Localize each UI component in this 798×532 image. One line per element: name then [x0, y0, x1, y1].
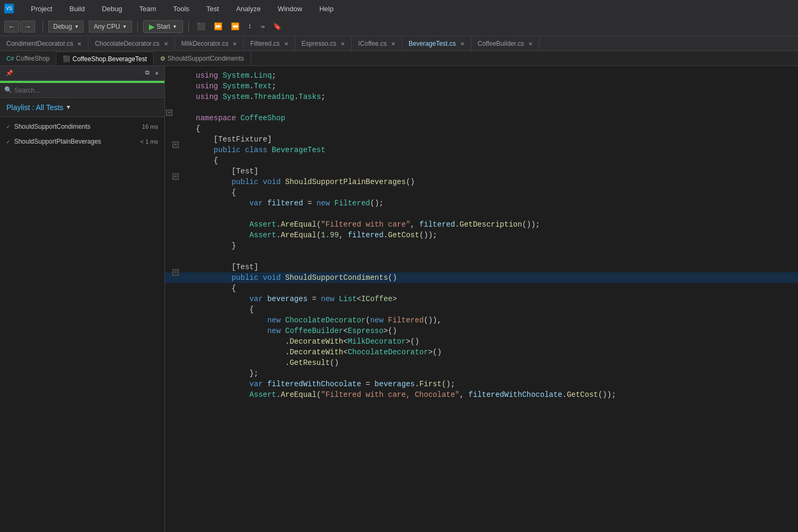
method-icon: ⚙	[160, 55, 165, 62]
code-line-current: − public void ShouldSupportCondiments()	[165, 272, 798, 283]
code-line: var beverages = new List<ICoffee>	[165, 294, 798, 304]
tab-close-icon[interactable]: ✕	[340, 41, 345, 47]
panel-controls: 📌	[4, 69, 15, 77]
tab-milkdecorator[interactable]: MilkDecorator.cs ✕	[175, 37, 244, 51]
collapse-icon[interactable]: −	[166, 110, 172, 116]
menu-build[interactable]: Build	[65, 3, 89, 15]
code-line: {	[165, 304, 798, 315]
tab-beveragetest-class[interactable]: ⬛ CoffeeShop.BeverageTest	[56, 52, 154, 65]
toolbar-icon-2[interactable]: ⏩	[211, 21, 225, 32]
menu-team[interactable]: Team	[135, 3, 161, 15]
line-content: {	[192, 304, 798, 315]
line-content	[192, 102, 798, 113]
code-line	[165, 102, 798, 113]
tab-shouldsupportcondiments[interactable]: ⚙ ShouldSupportCondiments	[154, 52, 251, 65]
code-line: [Test]	[165, 166, 798, 177]
forward-btn[interactable]: →	[20, 21, 35, 32]
test-pass-icon: ✓	[6, 138, 10, 145]
tab-beveragetest[interactable]: BeverageTest.cs ✕	[402, 37, 471, 51]
float-icon[interactable]: ⧉	[144, 69, 151, 77]
code-line: using System.Threading.Tasks;	[165, 92, 798, 102]
code-editor-panel: using System.Linq; using System.Text; us…	[165, 66, 798, 532]
collapse-icon[interactable]: −	[172, 269, 179, 276]
tab-icoffee[interactable]: ICoffee.cs ✕	[352, 37, 402, 51]
toolbar: ← → Debug ▼ Any CPU ▼ ▶ Start ▼ ⬛ ⏩ ⏪ ↕ …	[0, 17, 798, 36]
line-content: {	[192, 123, 798, 134]
menu-tools[interactable]: Tools	[169, 3, 194, 15]
line-content: .DecorateWith<ChocolateDecorator>()	[192, 347, 798, 358]
tab-coffeeshop-ns[interactable]: C# CoffeeShop	[0, 52, 56, 65]
namespace-icon: C#	[6, 55, 14, 62]
menu-window[interactable]: Window	[273, 3, 306, 15]
tab-close-icon[interactable]: ✕	[232, 41, 237, 47]
code-line: .GetResult()	[165, 358, 798, 368]
collapse-icon[interactable]: −	[172, 173, 179, 180]
document-tabs-row1: CondimentDecorator.cs ✕ ChocolateDecorat…	[0, 36, 798, 51]
code-line: }	[165, 240, 798, 251]
tab-close-icon[interactable]: ✕	[460, 41, 464, 47]
line-content: };	[192, 368, 798, 379]
test-time: 16 ms	[142, 123, 158, 130]
tab-coffeebuilder[interactable]: CoffeeBuilder.cs ✕	[471, 37, 539, 51]
close-panel-icon[interactable]: ✕	[153, 69, 160, 77]
test-name: ShouldSupportPlainBeverages	[14, 138, 101, 145]
code-line	[165, 251, 798, 262]
code-line: − public class BeverageTest	[165, 145, 798, 155]
tab-close-icon[interactable]: ✕	[391, 41, 395, 47]
class-icon: ⬛	[63, 55, 70, 62]
menu-project[interactable]: Project	[27, 3, 56, 15]
code-editor[interactable]: using System.Linq; using System.Text; us…	[165, 66, 798, 532]
menu-debug[interactable]: Debug	[97, 3, 126, 15]
sep1	[43, 21, 43, 32]
line-content: var beverages = new List<ICoffee>	[192, 294, 798, 304]
line-content: }	[192, 240, 798, 251]
pin-icon[interactable]: 📌	[4, 69, 15, 77]
line-content: var filtered = new Filtered();	[192, 198, 798, 209]
tab-chocolatedecorator[interactable]: ChocolateDecorator.cs ✕	[88, 37, 174, 51]
chevron-down-icon: ▼	[66, 104, 70, 111]
menu-test[interactable]: Test	[202, 3, 223, 15]
toolbar-icon-6[interactable]: 🔖	[270, 21, 284, 32]
code-line: .DecorateWith<ChocolateDecorator>()	[165, 347, 798, 358]
toolbar-icon-1[interactable]: ⬛	[194, 21, 208, 32]
toolbar-nav-buttons: ← →	[4, 21, 35, 32]
menu-analyze[interactable]: Analyze	[232, 3, 265, 15]
toolbar-icon-5[interactable]: ⇒	[258, 21, 268, 32]
toolbar-icon-4[interactable]: ↕	[245, 21, 255, 31]
back-btn[interactable]: ←	[4, 21, 19, 32]
tab-condimentdecorator[interactable]: CondimentDecorator.cs ✕	[0, 37, 88, 51]
tab-close-icon[interactable]: ✕	[164, 41, 168, 47]
code-line: var filteredWithChocolate = beverages.Fi…	[165, 379, 798, 389]
search-input[interactable]	[14, 87, 160, 94]
tab-close-icon[interactable]: ✕	[77, 41, 81, 47]
line-content: namespace CoffeeShop	[192, 113, 798, 123]
platform-dropdown[interactable]: Any CPU ▼	[89, 21, 131, 32]
line-content: Assert.AreEqual("Filtered with care, Cho…	[192, 389, 798, 400]
code-line: [Test]	[165, 262, 798, 272]
search-row: 🔍	[0, 83, 164, 98]
line-content: using System.Linq;	[192, 70, 798, 81]
line-content: using System.Threading.Tasks;	[192, 92, 798, 102]
collapse-icon[interactable]: −	[172, 142, 179, 148]
code-line: {	[165, 187, 798, 198]
vs-logo: VS	[4, 4, 14, 13]
menu-help[interactable]: Help	[315, 3, 338, 15]
tab-espresso[interactable]: Espresso.cs ✕	[295, 37, 352, 51]
code-line: {	[165, 155, 798, 166]
toolbar-icon-3[interactable]: ⏪	[228, 21, 242, 32]
tab-close-icon[interactable]: ✕	[284, 41, 288, 47]
panel-header: 📌 ⧉ ✕	[0, 66, 164, 81]
code-line: Assert.AreEqual("Filtered with care, Cho…	[165, 389, 798, 400]
code-line: using System.Linq;	[165, 70, 798, 81]
tab-close-icon[interactable]: ✕	[528, 41, 533, 47]
start-btn[interactable]: ▶ Start ▼	[143, 20, 183, 33]
test-item-shouldsupportcondiments[interactable]: ✓ ShouldSupportCondiments 16 ms	[0, 119, 164, 134]
test-item-shouldsupportplainbeverages[interactable]: ✓ ShouldSupportPlainBeverages < 1 ms	[0, 134, 164, 149]
playlist-header[interactable]: Playlist : All Tests ▼	[0, 98, 164, 117]
debug-config-dropdown[interactable]: Debug ▼	[48, 21, 84, 32]
test-time: < 1 ms	[140, 138, 158, 145]
play-icon: ▶	[149, 22, 155, 31]
code-line: Assert.AreEqual("Filtered with care", fi…	[165, 219, 798, 230]
tab-filtered[interactable]: Filtered.cs ✕	[244, 37, 295, 51]
line-content: var filteredWithChocolate = beverages.Fi…	[192, 379, 798, 389]
